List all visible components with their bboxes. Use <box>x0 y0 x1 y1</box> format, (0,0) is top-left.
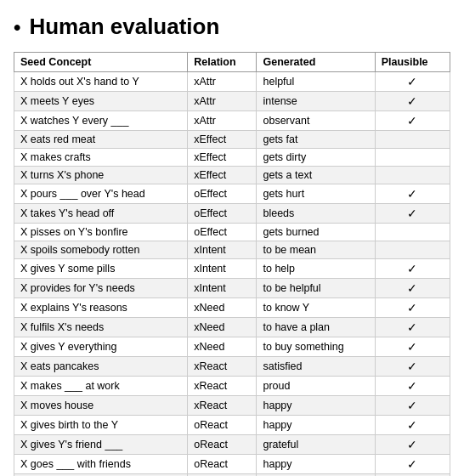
cell-seed: X gives Y some pills <box>14 259 188 279</box>
table-row: X goes ___ with friendsoReacthappy✓ <box>14 455 450 474</box>
cell-relation: xNeed <box>188 337 257 357</box>
cell-generated: grateful <box>257 435 375 455</box>
cell-relation: oEffect <box>188 184 257 204</box>
cell-generated: to be mean <box>257 241 375 259</box>
cell-plausible: ✓ <box>375 357 450 377</box>
cell-relation: xReact <box>188 357 257 377</box>
table-row: X makes ___ at workxReactproud✓ <box>14 377 450 396</box>
cell-seed: X pours ___ over Y's head <box>14 184 188 204</box>
cell-seed: X goes ___ with friends <box>14 455 188 474</box>
cell-plausible: ✓ <box>375 318 450 337</box>
cell-relation: oReact <box>188 455 257 474</box>
cell-relation: xNeed <box>188 318 257 337</box>
table-row: X eats pancakesxReactsatisfied✓ <box>14 357 450 377</box>
col-header-seed: Seed Concept <box>14 53 188 72</box>
cell-plausible: ✓ <box>375 377 450 396</box>
cell-generated: gets fat <box>257 131 375 149</box>
table-row: X gives Y's friend ___oReactgrateful✓ <box>14 435 450 455</box>
table-row: X holds out X's hand to YxAttrhelpful✓ <box>14 72 450 92</box>
cell-plausible: ✓ <box>375 72 450 92</box>
section-header: • Human evaluation <box>14 14 450 40</box>
cell-seed: X eats pancakes <box>14 357 188 377</box>
cell-generated: gets a text <box>257 167 375 184</box>
cell-relation: oEffect <box>188 204 257 224</box>
cell-plausible: ✓ <box>375 298 450 318</box>
table-row: X gives Y everythingxNeedto buy somethin… <box>14 337 450 357</box>
cell-seed: X spoils somebody rotten <box>14 241 188 259</box>
cell-generated: happy <box>257 416 375 435</box>
cell-relation: xIntent <box>188 241 257 259</box>
table-row: X watches Y every ___xAttrobservant✓ <box>14 111 450 131</box>
cell-seed: X watches Y every ___ <box>14 111 188 131</box>
cell-generated: to have a plan <box>257 318 375 337</box>
cell-seed: X meets Y eyes <box>14 92 188 111</box>
cell-plausible: ✓ <box>375 396 450 416</box>
cell-generated: happy <box>257 396 375 416</box>
section-title: Human evaluation <box>29 14 219 40</box>
cell-plausible <box>375 167 450 184</box>
cell-plausible <box>375 224 450 241</box>
cell-plausible: ✓ <box>375 279 450 298</box>
cell-generated: satisfied <box>257 357 375 377</box>
cell-relation: xEffect <box>188 167 257 184</box>
cell-relation: oEffect <box>188 224 257 241</box>
cell-relation: xEffect <box>188 131 257 149</box>
cell-seed: X moves house <box>14 396 188 416</box>
table-row: X pours ___ over Y's headoEffectgets hur… <box>14 184 450 204</box>
cell-plausible: ✓ <box>375 416 450 435</box>
cell-generated: to buy something <box>257 337 375 357</box>
cell-generated: to help <box>257 259 375 279</box>
cell-generated: proud <box>257 377 375 396</box>
cell-seed: X provides for Y's needs <box>14 279 188 298</box>
cell-seed: X eats red meat <box>14 131 188 149</box>
table-row: X provides for Y's needsxIntentto be hel… <box>14 279 450 298</box>
cell-plausible: ✓ <box>375 204 450 224</box>
cell-relation: xIntent <box>188 259 257 279</box>
cell-relation: xIntent <box>188 279 257 298</box>
cell-plausible <box>375 149 450 167</box>
cell-generated: to know Y <box>257 298 375 318</box>
cell-seed: X makes crafts <box>14 149 188 167</box>
cell-plausible: ✓ <box>375 184 450 204</box>
cell-relation: oReact <box>188 435 257 455</box>
cell-plausible: ✓ <box>375 337 450 357</box>
table-row: X gives birth to the YoReacthappy✓ <box>14 416 450 435</box>
evaluation-table: Seed Concept Relation Generated Plausibl… <box>14 52 450 476</box>
bullet-point: • <box>14 15 20 39</box>
cell-seed: X makes ___ at work <box>14 377 188 396</box>
cell-seed: X gives Y's friend ___ <box>14 435 188 455</box>
col-header-relation: Relation <box>188 53 257 72</box>
table-row: X spoils somebody rottenxIntentto be mea… <box>14 241 450 259</box>
cell-seed: X takes Y's head off <box>14 204 188 224</box>
cell-generated: gets dirty <box>257 149 375 167</box>
col-header-generated: Generated <box>257 53 375 72</box>
cell-relation: xAttr <box>188 111 257 131</box>
table-row: X makes craftsxEffectgets dirty <box>14 149 450 167</box>
cell-plausible: ✓ <box>375 259 450 279</box>
cell-relation: xReact <box>188 377 257 396</box>
cell-generated: to be helpful <box>257 279 375 298</box>
table-row: X fulfils X's needsxNeedto have a plan✓ <box>14 318 450 337</box>
cell-seed: X gives birth to the Y <box>14 416 188 435</box>
table-row: X eats red meatxEffectgets fat <box>14 131 450 149</box>
table-row: X moves housexReacthappy✓ <box>14 396 450 416</box>
cell-seed: X turns X's phone <box>14 167 188 184</box>
cell-relation: xReact <box>188 396 257 416</box>
table-row: X pisses on Y's bonfireoEffectgets burne… <box>14 224 450 241</box>
table-row: X gives Y some pillsxIntentto help✓ <box>14 259 450 279</box>
col-header-plausible: Plausible <box>375 53 450 72</box>
cell-plausible: ✓ <box>375 111 450 131</box>
cell-relation: xAttr <box>188 72 257 92</box>
cell-generated: observant <box>257 111 375 131</box>
cell-generated: bleeds <box>257 204 375 224</box>
cell-generated: helpful <box>257 72 375 92</box>
cell-seed: X explains Y's reasons <box>14 298 188 318</box>
table-header-row: Seed Concept Relation Generated Plausibl… <box>14 53 450 72</box>
cell-seed: X fulfils X's needs <box>14 318 188 337</box>
cell-generated: gets hurt <box>257 184 375 204</box>
cell-generated: intense <box>257 92 375 111</box>
cell-relation: xNeed <box>188 298 257 318</box>
cell-generated: gets burned <box>257 224 375 241</box>
cell-seed: X holds out X's hand to Y <box>14 72 188 92</box>
cell-relation: oReact <box>188 416 257 435</box>
